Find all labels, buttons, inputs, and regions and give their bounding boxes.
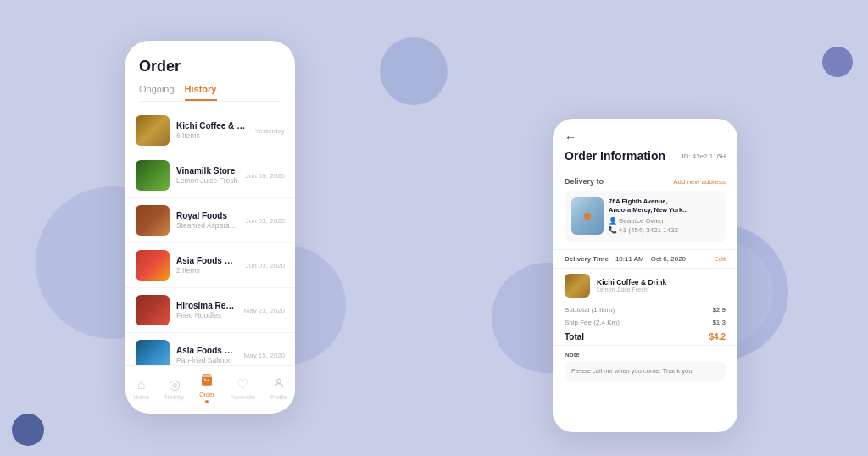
list-item[interactable]: Kichi Coffee & Drink 6 Items Yesterday [125,108,295,153]
item-subtitle: 6 Items [176,131,248,140]
left-phone-header: Order Ongoing History [125,41,295,108]
order-info-title: Order Information [565,149,665,163]
nav-item-order[interactable]: Order [199,373,214,403]
item-date: Jun 03, 2020 [246,217,285,225]
nav-item-profile[interactable]: Profile [270,377,287,400]
address-street: 76A Eighth Avenue, Andora Mercy, New Yor… [609,197,719,214]
edit-delivery-time-link[interactable]: Edit [714,255,726,263]
item-image [136,115,170,146]
item-info: Hirosima Restaurant Fried Noodles [176,301,237,320]
bottom-nav: ⌂ Home ◎ Nearby Order ♡ Favourite [125,365,295,414]
item-image [136,205,170,236]
item-image [136,295,170,325]
page-title: Order [139,58,281,75]
order-item-name: Kichi Coffee & Drink [597,278,726,286]
tabs: Ongoing History [139,84,281,102]
item-name: Kichi Coffee & Drink [176,121,248,131]
delivery-time-row: Delivery Time 10:11 AM Oct 6, 2020 Edit [565,255,726,263]
nav-label-nearby: Nearby [164,394,184,400]
item-date: May 23, 2020 [244,307,285,314]
deco-circle-6 [822,47,853,77]
nav-label-home: Home [133,394,149,400]
nearby-icon: ◎ [169,376,181,392]
subtotal-value: $2.9 [712,306,726,314]
note-text: Please call me when you come. Thank you! [565,362,726,381]
item-date: Yesterday [255,127,285,135]
item-subtitle: Lemon Juice Fresh [176,176,239,185]
item-image [136,160,170,191]
tab-history[interactable]: History [185,84,217,101]
nav-label-order: Order [199,392,214,398]
order-list: Kichi Coffee & Drink 6 Items Yesterday V… [125,108,295,365]
nav-item-nearby[interactable]: ◎ Nearby [164,376,184,400]
list-item[interactable]: Asia Foods Resta... 2 Items Jun 03, 2020 [125,243,295,288]
delivery-date-value: Oct 6, 2020 [651,255,686,263]
delivery-time-value: 10:11 AM [615,255,644,263]
order-id: ID: 43e2 116H [682,153,726,160]
item-subtitle: Fried Noodles [176,311,237,320]
item-image [136,340,170,365]
item-name: Royal Foods [176,211,239,220]
list-item[interactable]: Vinamilk Store Lemon Juice Fresh Jun 09,… [125,153,295,198]
item-date: Jun 09, 2020 [246,172,285,180]
ship-fee-row: Ship Fee (2.4 Km) $1.3 [553,316,737,329]
map-thumbnail [571,197,604,235]
delivery-to-section: Delivery to Add new address 76A Eighth A… [553,170,737,249]
item-date: Jun 03, 2020 [246,262,285,270]
total-row: Total $4.2 [553,329,737,345]
right-phone-header: ← Order Information ID: 43e2 116H [553,119,737,170]
ship-fee-label: Ship Fee (2.4 Km) [565,319,620,326]
nav-item-favourite[interactable]: ♡ Favourite [230,376,254,400]
address-phone: 📞 +1 (454) 3421 1432 [609,226,719,234]
section-title-row: Delivery to Add new address [565,177,726,186]
note-section: Note Please call me when you come. Thank… [553,346,737,386]
ship-fee-value: $1.3 [712,319,726,326]
order-item-subtitle: Lemon Juice Fresh [597,286,726,292]
item-name: Hirosima Restaurant [176,301,237,310]
item-image [136,250,170,281]
deco-circle-3 [380,37,448,105]
delivery-to-label: Delivery to [565,177,604,186]
left-phone: Order Ongoing History Kichi Coffee & Dri… [125,41,295,414]
favourite-icon: ♡ [236,376,248,392]
svg-point-1 [277,379,281,383]
add-address-link[interactable]: Add new address [673,178,726,186]
nav-active-indicator [205,400,209,403]
subtotal-row: Subtotal (1 Item) $2.9 [553,303,737,316]
nav-item-home[interactable]: ⌂ Home [133,377,149,400]
address-name: 👤 Beatrice Owen [609,217,719,225]
order-item-info: Kichi Coffee & Drink Lemon Juice Fresh [597,278,726,292]
order-icon [200,373,214,390]
delivery-time-label: Delivery Time [565,255,609,263]
item-info: Asia Foods Restau... Pan-fried Salmon [176,346,237,364]
item-date: May 15, 2020 [244,352,285,359]
address-card: 76A Eighth Avenue, Andora Mercy, New Yor… [565,191,726,242]
total-value: $4.2 [709,332,726,342]
item-info: Royal Foods Steamed Asparag... [176,211,239,230]
item-subtitle: Pan-fried Salmon [176,356,237,364]
nav-label-favourite: Favourite [230,394,254,400]
deco-circle-7 [12,414,44,446]
list-item[interactable]: Hirosima Restaurant Fried Noodles May 23… [125,288,295,333]
item-name: Asia Foods Restau... [176,346,237,355]
list-item[interactable]: Royal Foods Steamed Asparag... Jun 03, 2… [125,198,295,243]
subtotal-label: Subtotal (1 Item) [565,306,615,314]
item-subtitle: 2 Items [176,266,239,275]
total-label: Total [565,332,584,342]
profile-icon [273,377,285,392]
item-info: Asia Foods Resta... 2 Items [176,256,239,275]
note-label: Note [565,351,726,359]
back-button[interactable]: ← [565,131,726,144]
item-name: Vinamilk Store [176,166,239,175]
title-row: Order Information ID: 43e2 116H [565,149,726,163]
right-phone: ← Order Information ID: 43e2 116H Delive… [553,119,737,432]
delivery-time-section: Delivery Time 10:11 AM Oct 6, 2020 Edit [553,250,737,268]
item-subtitle: Steamed Asparag... [176,221,239,230]
item-info: Kichi Coffee & Drink 6 Items [176,121,248,140]
list-item[interactable]: Asia Foods Restau... Pan-fried Salmon Ma… [125,333,295,365]
order-item-image [565,274,590,298]
nav-label-profile: Profile [270,394,287,400]
tab-ongoing[interactable]: Ongoing [139,84,175,101]
item-info: Vinamilk Store Lemon Juice Fresh [176,166,239,185]
order-item-row: Kichi Coffee & Drink Lemon Juice Fresh [553,269,737,303]
